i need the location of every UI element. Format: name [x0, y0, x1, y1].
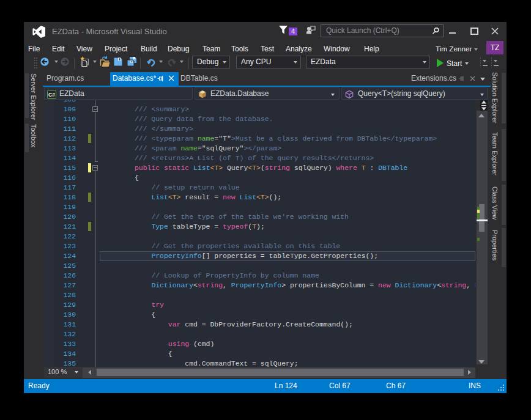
- svg-text:C#: C#: [48, 92, 55, 98]
